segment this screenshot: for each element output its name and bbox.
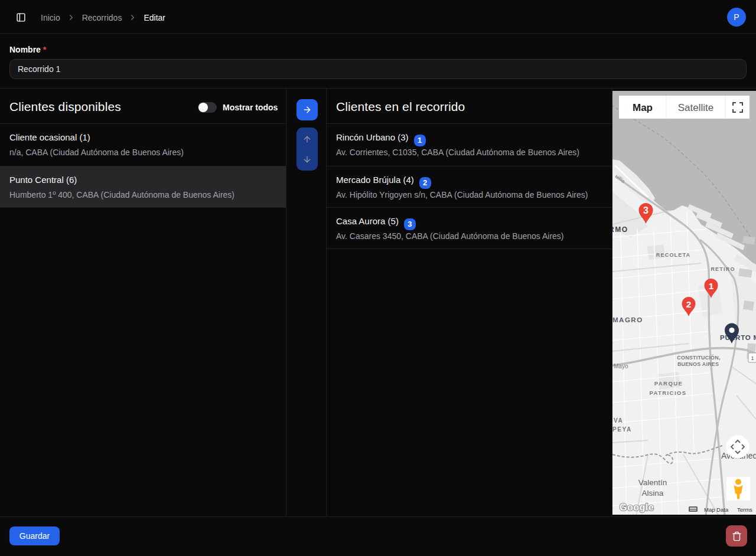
svg-text:PUERTO MAD: PUERTO MAD (720, 334, 756, 341)
svg-text:Satellite: Satellite (678, 102, 713, 113)
svg-text:Mayo: Mayo (614, 363, 628, 369)
svg-text:Map: Map (633, 102, 653, 113)
svg-text:RMO: RMO (612, 225, 628, 234)
svg-text:CONSTITUCIÓN,: CONSTITUCIÓN, (677, 354, 720, 361)
svg-text:Alsina: Alsina (642, 489, 664, 498)
svg-text:RECOLETA: RECOLETA (656, 252, 690, 258)
svg-text:BUENOS AIRES: BUENOS AIRES (677, 361, 719, 367)
svg-text:PEYA: PEYA (612, 426, 632, 433)
svg-text:VA: VA (614, 417, 623, 424)
svg-text:Terms: Terms (737, 506, 752, 513)
svg-text:3: 3 (643, 205, 649, 215)
svg-text:Valentín: Valentín (638, 478, 667, 487)
svg-text:Google: Google (620, 502, 654, 512)
svg-text:MAGRO: MAGRO (612, 316, 643, 323)
svg-text:1: 1 (751, 355, 754, 361)
svg-text:RETIRO: RETIRO (711, 266, 735, 272)
svg-text:1: 1 (709, 281, 714, 291)
svg-text:2: 2 (686, 299, 692, 309)
svg-text:Map Data: Map Data (704, 506, 729, 513)
svg-text:PATRICIOS: PATRICIOS (650, 390, 687, 396)
svg-text:PARQUE: PARQUE (654, 380, 683, 387)
